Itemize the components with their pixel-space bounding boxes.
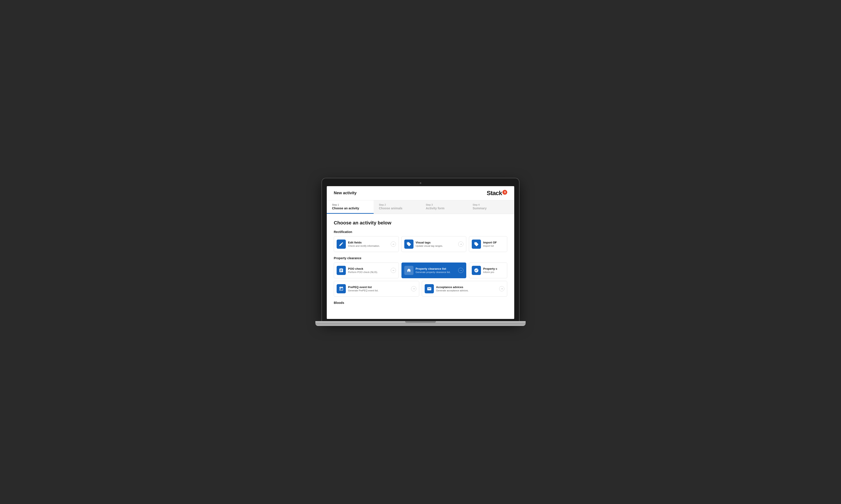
steps-nav: Step 1 Choose an activity Step 2 Choose … (327, 200, 514, 214)
screen-bezel: New activity Stack 9 Step 1 Choose an ac… (322, 178, 519, 321)
step-2-label: Step 2 (379, 203, 415, 206)
property-c-icon (472, 266, 481, 275)
edit-fields-title: Edit fields (348, 241, 389, 244)
step-2-name: Choose animals (379, 206, 415, 210)
poo-check-icon (337, 266, 346, 275)
visual-tags-arrow: → (458, 241, 463, 247)
prepeq-text: PrePEQ event list Generate PrePEQ event … (348, 286, 409, 292)
main-content: Choose an activity below Rectification E… (327, 214, 514, 319)
property-clearance-list-title: Property clearance list (416, 267, 457, 270)
poo-check-text: POO check Perform POO check (NLIS). (348, 267, 389, 273)
edit-icon (339, 242, 344, 247)
import-of-text: Import OF Import full (483, 241, 504, 247)
property-c-desc: Inform pro (483, 271, 504, 273)
edit-fields-desc: Check and rectify information. (348, 245, 389, 247)
acceptance-advices-icon (425, 284, 434, 293)
section-bloods: Bloods (334, 301, 507, 305)
step-3-label: Step 3 (426, 203, 462, 206)
import-of-desc: Import full (483, 245, 504, 247)
prepeq-desc: Generate PrePEQ event list. (348, 289, 409, 292)
import-of-title: Import OF (483, 241, 504, 244)
card-visual-tags[interactable]: Visual tags Update visual tag ranges. → (401, 236, 466, 252)
visual-tags-desc: Update visual tag ranges. (416, 245, 457, 247)
visual-tags-title: Visual tags (416, 241, 457, 244)
rectification-cards-row: Edit fields Check and rectify informatio… (334, 236, 507, 252)
laptop-camera (419, 182, 422, 184)
app-title: New activity (334, 191, 357, 195)
visual-tags-text: Visual tags Update visual tag ranges. (416, 241, 457, 247)
section-bloods-heading: Bloods (334, 301, 507, 305)
step-1-label: Step 1 (332, 203, 368, 206)
visual-tags-icon (404, 239, 413, 249)
property-clearance-list-arrow: → (458, 268, 463, 273)
laptop-screen: New activity Stack 9 Step 1 Choose an ac… (327, 186, 514, 319)
app-header: New activity Stack 9 (327, 186, 514, 200)
tag-icon (407, 242, 411, 247)
page-heading: Choose an activity below (334, 220, 507, 226)
card-property-c[interactable]: Property c Inform pro (469, 263, 507, 278)
section-property-clearance-heading: Property clearance (334, 256, 507, 260)
import-of-icon (472, 239, 481, 249)
mail-icon (427, 286, 432, 291)
edit-fields-arrow: → (391, 241, 396, 247)
poo-check-desc: Perform POO check (NLIS). (348, 271, 389, 273)
logo-text: Stack (487, 190, 502, 197)
card-prepeq-event-list[interactable]: PrePEQ event list Generate PrePEQ event … (334, 281, 419, 296)
card-property-clearance-list[interactable]: Property clearance list Generate propert… (401, 263, 466, 278)
calendar-icon (339, 286, 344, 291)
logo-badge: 9 (502, 190, 507, 195)
home-icon (407, 268, 411, 273)
property-clearance-list-icon (404, 266, 413, 275)
edit-fields-text: Edit fields Check and rectify informatio… (348, 241, 389, 247)
step-1[interactable]: Step 1 Choose an activity (327, 200, 374, 214)
section-rectification-heading: Rectification (334, 230, 507, 234)
card-poo-check[interactable]: POO check Perform POO check (NLIS). → (334, 263, 399, 278)
poo-check-arrow: → (391, 268, 396, 273)
acceptance-advices-text: Acceptance advices Generate acceptance a… (436, 286, 497, 292)
step-4-label: Step 4 (473, 203, 509, 206)
section-rectification: Rectification Edit fields Check and rect… (334, 230, 507, 252)
prepeq-arrow: → (411, 286, 416, 291)
acceptance-advices-desc: Generate acceptance advices. (436, 289, 497, 292)
step-3-name: Activity form (426, 206, 462, 210)
property-c-text: Property c Inform pro (483, 267, 504, 273)
poo-check-title: POO check (348, 267, 389, 270)
acceptance-advices-arrow: → (499, 286, 504, 291)
property-clearance-list-text: Property clearance list Generate propert… (416, 267, 457, 273)
card-edit-fields[interactable]: Edit fields Check and rectify informatio… (334, 236, 399, 252)
prepeq-icon (337, 284, 346, 293)
property-c-title: Property c (483, 267, 504, 270)
logo: Stack 9 (487, 190, 507, 197)
clipboard-icon (339, 268, 344, 273)
prepeq-title: PrePEQ event list (348, 286, 409, 289)
edit-fields-icon (337, 239, 346, 249)
step-3[interactable]: Step 3 Activity form (420, 200, 467, 214)
check-circle-icon (474, 268, 479, 273)
property-clearance-row-1: POO check Perform POO check (NLIS). → (334, 263, 507, 278)
step-4[interactable]: Step 4 Summary (467, 200, 514, 214)
acceptance-advices-title: Acceptance advices (436, 286, 497, 289)
laptop-container: New activity Stack 9 Step 1 Choose an ac… (322, 178, 519, 326)
step-1-name: Choose an activity (332, 206, 368, 210)
step-4-name: Summary (473, 206, 509, 210)
card-import-of[interactable]: Import OF Import full (469, 236, 507, 252)
laptop-base (315, 321, 526, 326)
property-clearance-row-2: PrePEQ event list Generate PrePEQ event … (334, 281, 507, 296)
import-tag-icon (474, 242, 479, 247)
property-clearance-list-desc: Generate property clearance list. (416, 271, 457, 273)
card-acceptance-advices[interactable]: Acceptance advices Generate acceptance a… (422, 281, 507, 296)
step-2[interactable]: Step 2 Choose animals (374, 200, 420, 214)
section-property-clearance: Property clearance POO check Perform POO… (334, 256, 507, 296)
